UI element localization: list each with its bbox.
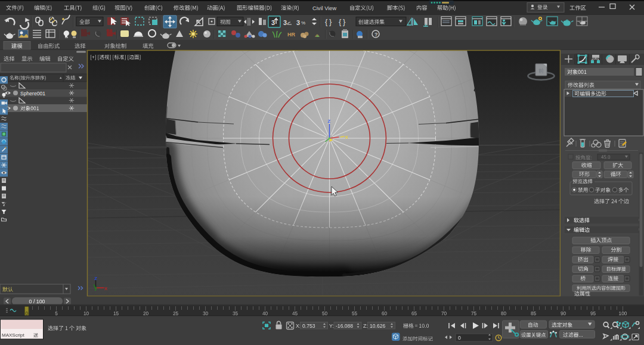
svg-text:Z: Z (94, 276, 97, 281)
svg-text:%: % (301, 20, 305, 26)
svg-text:10.626: 10.626 (370, 323, 386, 329)
svg-text:100: 100 (619, 310, 627, 316)
svg-text:90: 90 (561, 310, 566, 316)
svg-text:Z:: Z: (363, 323, 368, 329)
svg-text:0 / 100: 0 / 100 (29, 299, 45, 304)
svg-text:0: 0 (25, 310, 28, 316)
svg-text:{: { (325, 17, 328, 26)
svg-text:X: X (345, 135, 349, 140)
svg-text:70: 70 (441, 310, 447, 316)
svg-text:15: 15 (113, 310, 119, 316)
svg-text:85: 85 (531, 310, 537, 316)
svg-text:3: 3 (296, 19, 300, 26)
svg-text:40: 40 (262, 310, 268, 316)
svg-text:Y:: Y: (329, 323, 334, 329)
svg-text:35: 35 (233, 310, 239, 316)
svg-text:60: 60 (382, 310, 388, 316)
svg-text:25: 25 (173, 310, 179, 316)
svg-text:{: { (339, 17, 342, 26)
svg-text:?: ? (374, 32, 378, 38)
svg-text:X: X (104, 286, 108, 291)
svg-text:}: } (343, 17, 346, 26)
svg-text:55: 55 (352, 310, 358, 316)
svg-text:0.753: 0.753 (302, 323, 315, 329)
svg-text:Civil View: Civil View (312, 5, 336, 11)
svg-text:}: } (329, 17, 332, 26)
svg-text:5: 5 (55, 310, 58, 316)
svg-text:3: 3 (283, 19, 287, 26)
svg-text:30: 30 (203, 310, 209, 316)
svg-text:HR: HR (287, 32, 295, 38)
svg-text:45: 45 (292, 310, 298, 316)
svg-text:20: 20 (143, 310, 149, 316)
svg-text:10: 10 (83, 310, 89, 316)
svg-text:0: 0 (458, 335, 461, 341)
svg-text:95: 95 (590, 310, 596, 316)
svg-text:65: 65 (411, 310, 417, 316)
svg-text:75: 75 (471, 310, 477, 316)
svg-text:Z: Z (328, 119, 331, 124)
svg-text:MAXScript: MAXScript (2, 332, 25, 338)
svg-text:Sphere001: Sphere001 (20, 91, 45, 97)
svg-text:80: 80 (501, 310, 507, 316)
svg-text:50: 50 (322, 310, 328, 316)
svg-text:-16.088: -16.088 (336, 323, 353, 329)
